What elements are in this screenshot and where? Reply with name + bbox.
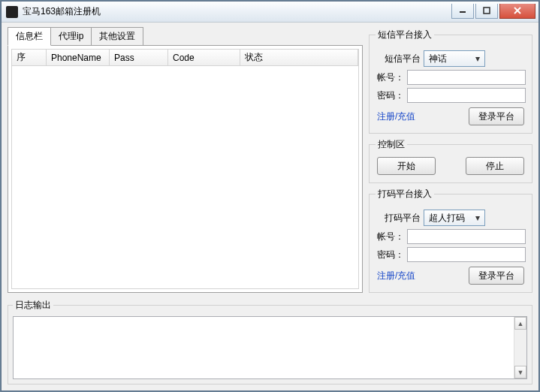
app-icon [6, 6, 18, 18]
captcha-register-link[interactable]: 注册/充值 [377, 267, 415, 285]
col-index[interactable]: 序 [12, 50, 47, 65]
captcha-password-input[interactable] [407, 247, 526, 262]
col-code[interactable]: Code [168, 50, 240, 65]
captcha-login-button[interactable]: 登录平台 [469, 267, 524, 285]
col-phonename[interactable]: PhoneName [47, 50, 110, 65]
tab-info[interactable]: 信息栏 [8, 27, 51, 46]
col-status[interactable]: 状态 [240, 50, 358, 65]
list-view[interactable]: 序 PhoneName Pass Code 状态 [11, 49, 359, 289]
sms-password-input[interactable] [407, 88, 526, 103]
sms-login-button[interactable]: 登录平台 [469, 107, 524, 125]
sms-account-input[interactable] [407, 70, 526, 85]
start-button[interactable]: 开始 [377, 157, 436, 175]
sms-platform-label: 短信平台 [376, 53, 421, 65]
sms-password-label: 密码： [376, 89, 404, 102]
svg-rect-1 [484, 8, 490, 14]
close-button[interactable] [499, 4, 535, 19]
window-title: 宝马163邮箱注册机 [23, 5, 101, 18]
chevron-down-icon: ▾ [472, 53, 483, 64]
captcha-legend: 打码平台接入 [376, 188, 434, 201]
scroll-track[interactable] [514, 330, 526, 366]
sms-legend: 短信平台接入 [376, 29, 434, 41]
scrollbar[interactable]: ▲ ▼ [514, 317, 526, 378]
minimize-button[interactable] [451, 4, 474, 19]
col-pass[interactable]: Pass [110, 50, 168, 65]
control-legend: 控制区 [376, 138, 407, 151]
captcha-platform-label: 打码平台 [376, 212, 421, 225]
sms-register-link[interactable]: 注册/充值 [377, 107, 415, 125]
scroll-up-icon[interactable]: ▲ [514, 317, 526, 330]
control-panel: 控制区 开始 停止 [369, 138, 532, 183]
sms-panel: 短信平台接入 短信平台 神话 ▾ 帐号： 密码： [369, 29, 532, 134]
scroll-down-icon[interactable]: ▼ [514, 366, 526, 378]
log-panel: 日志输出 ▲ ▼ [8, 299, 532, 384]
stop-button[interactable]: 停止 [466, 157, 524, 175]
log-legend: 日志输出 [13, 299, 53, 312]
log-output[interactable]: ▲ ▼ [13, 316, 527, 379]
tabs-area: 信息栏 代理ip 其他设置 序 PhoneName Pass Code 状态 [8, 29, 363, 293]
captcha-platform-select[interactable]: 超人打码 ▾ [424, 210, 485, 226]
tabstrip: 信息栏 代理ip 其他设置 [8, 29, 363, 45]
list-header: 序 PhoneName Pass Code 状态 [12, 50, 358, 66]
sms-account-label: 帐号： [376, 71, 404, 84]
captcha-password-label: 密码： [376, 249, 404, 261]
captcha-platform-value: 超人打码 [429, 212, 465, 225]
maximize-button[interactable] [475, 4, 498, 19]
titlebar[interactable]: 宝马163邮箱注册机 [2, 2, 538, 23]
captcha-account-label: 帐号： [376, 231, 404, 243]
captcha-account-input[interactable] [407, 229, 526, 244]
client-area: 信息栏 代理ip 其他设置 序 PhoneName Pass Code 状态 [2, 23, 538, 390]
tab-body: 序 PhoneName Pass Code 状态 [8, 45, 363, 293]
tab-proxy[interactable]: 代理ip [50, 27, 92, 45]
sms-platform-value: 神话 [429, 53, 447, 65]
tab-other-settings[interactable]: 其他设置 [91, 27, 143, 45]
main-window: 宝马163邮箱注册机 信息栏 代理ip 其他设置 序 [1, 1, 539, 391]
sms-platform-select[interactable]: 神话 ▾ [424, 50, 485, 67]
captcha-panel: 打码平台接入 打码平台 超人打码 ▾ 帐号： 密码： [369, 188, 532, 293]
chevron-down-icon: ▾ [472, 213, 483, 223]
